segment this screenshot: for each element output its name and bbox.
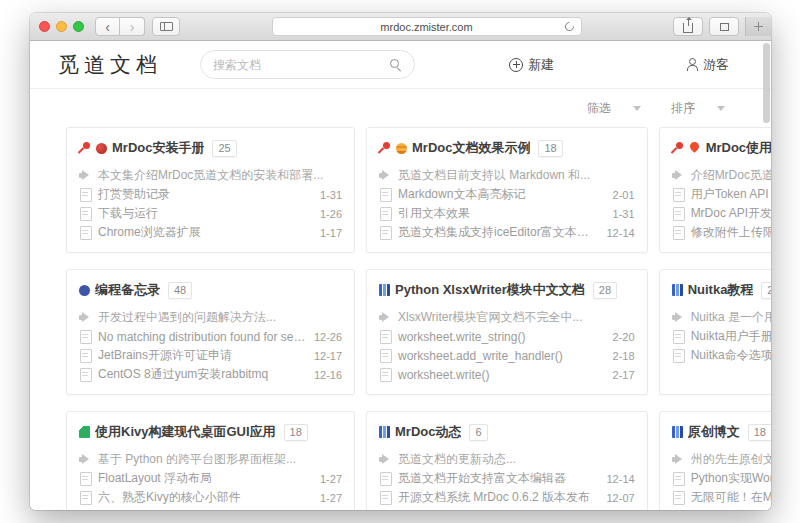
- doc-item[interactable]: Markdown文本高亮标记2-01: [379, 185, 635, 204]
- site-logo[interactable]: 觅道文档: [58, 51, 162, 79]
- file-icon: [379, 226, 392, 239]
- user-menu[interactable]: 游客: [686, 56, 729, 74]
- doc-item[interactable]: 引用文本效果1-31: [379, 204, 635, 223]
- card-header: Nuitka教程 2: [672, 281, 771, 299]
- filter-dropdown[interactable]: 筛选: [587, 100, 641, 117]
- collection-title[interactable]: MrDoc动态: [395, 423, 461, 441]
- doc-item[interactable]: worksheet.write()2-17: [379, 365, 635, 384]
- doc-count-badge: 2: [761, 282, 771, 299]
- doc-item[interactable]: MrDoc API开发说明1-16: [672, 204, 771, 223]
- pin-icon: [79, 142, 91, 154]
- file-icon: [379, 472, 392, 485]
- traffic-lights: [39, 21, 84, 32]
- pin-icon: [379, 142, 391, 154]
- card-header: MrDoc动态 6: [379, 423, 635, 441]
- doc-item[interactable]: 修改附件上传限制大小1-10: [672, 223, 771, 242]
- file-icon: [672, 207, 685, 220]
- doc-item[interactable]: 下载与运行1-26: [79, 204, 342, 223]
- file-icon: [379, 349, 392, 362]
- doc-collection-card[interactable]: MrDoc安装手册 25 本文集介绍MrDoc觅道文档的安装和部署... 打赏赞…: [66, 127, 355, 253]
- doc-count-badge: 28: [593, 282, 617, 299]
- tab-overview-button[interactable]: [709, 17, 739, 36]
- doc-item[interactable]: Chrome浏览器扩展1-17: [79, 223, 342, 242]
- doc-collection-card[interactable]: MrDoc动态 6 觅道文档的更新动态... 觅道文档开始支持富文本编辑器12-…: [366, 411, 648, 510]
- doc-item[interactable]: JetBrains开源许可证申请12-17: [79, 346, 342, 365]
- doc-collection-card[interactable]: 原创博文 18 州的先生原创文章... Python实现Word转换Markdo…: [659, 411, 771, 510]
- doc-item[interactable]: 觅道文档0.6.0发布10-18: [379, 507, 635, 510]
- file-icon: [79, 349, 92, 362]
- file-icon: [79, 226, 92, 239]
- search-input[interactable]: [213, 58, 390, 72]
- collection-description: 觅道文档目前支持以 Markdown 和...: [379, 166, 635, 185]
- file-icon: [672, 226, 685, 239]
- collection-title[interactable]: MrDoc安装手册: [112, 139, 204, 157]
- close-window-button[interactable]: [39, 21, 50, 32]
- file-icon: [79, 188, 92, 201]
- collection-title[interactable]: 使用Kivy构建现代桌面GUI应用: [95, 423, 276, 441]
- doc-collection-card[interactable]: 编程备忘录 48 开发过程中遇到的问题解决方法... No matching d…: [66, 269, 355, 395]
- search-icon[interactable]: [390, 59, 402, 71]
- doc-item[interactable]: 使用TextSize和LineHeight属性格式化长...1-27: [79, 507, 342, 510]
- file-icon: [672, 188, 685, 201]
- doc-collection-card[interactable]: Nuitka教程 2 Nuitka 是一个用于将Python程... Nuikt…: [659, 269, 771, 395]
- search-box[interactable]: [200, 50, 415, 79]
- flame-icon: [688, 140, 701, 153]
- collection-title[interactable]: Nuitka教程: [688, 281, 754, 299]
- nav-buttons: ‹ ›: [95, 17, 145, 36]
- zoom-window-button[interactable]: [73, 21, 84, 32]
- doc-collection-card[interactable]: MrDoc使用手册 38 介绍MrDoc觅道文档的使用... 用户Token A…: [659, 127, 771, 253]
- collection-title[interactable]: Python XlsxWriter模块中文文档: [395, 281, 585, 299]
- doc-item[interactable]: Nuikta用户手册中文版11-21: [672, 327, 771, 346]
- forward-button[interactable]: ›: [120, 17, 145, 36]
- doc-count-badge: 48: [168, 282, 192, 299]
- doc-item[interactable]: CentOS 8通过yum安装rabbitmq12-16: [79, 365, 342, 384]
- new-doc-button[interactable]: 新建: [509, 56, 554, 74]
- speaker-icon: [79, 453, 92, 466]
- doc-item[interactable]: worksheet.write_string()2-20: [379, 327, 635, 346]
- doc-item[interactable]: 给Python初学者的8个实用建议12-20: [672, 507, 771, 510]
- share-icon: [683, 23, 693, 33]
- collection-title[interactable]: MrDoc使用手册: [706, 139, 771, 157]
- doc-item[interactable]: Python实现Word转换Markdown12-20: [672, 469, 771, 488]
- doc-collection-card[interactable]: Python XlsxWriter模块中文文档 28 XlsxWriter模块官…: [366, 269, 648, 395]
- collection-title[interactable]: 编程备忘录: [95, 281, 160, 299]
- filter-toolbar: 筛选 排序: [30, 89, 771, 123]
- browser-titlebar: ‹ › mrdoc.zmister.com: [30, 13, 771, 41]
- collections-grid: MrDoc安装手册 25 本文集介绍MrDoc觅道文档的安装和部署... 打赏赞…: [30, 123, 771, 510]
- share-button[interactable]: [673, 17, 703, 36]
- file-icon: [379, 491, 392, 504]
- doc-item[interactable]: 用户Token API 使用说明1-16: [672, 185, 771, 204]
- file-icon: [672, 491, 685, 504]
- back-button[interactable]: ‹: [95, 17, 120, 36]
- doc-item[interactable]: 觅道文档集成支持iceEditor富文本编辑器12-14: [379, 223, 635, 242]
- collection-description: Nuitka 是一个用于将Python程...: [672, 308, 771, 327]
- doc-item[interactable]: 六、熟悉Kivy的核心小部件1-27: [79, 488, 342, 507]
- tabs-icon: [720, 23, 729, 31]
- doc-item[interactable]: 无限可能！在Markdown中扩展语法实现...12-20: [672, 488, 771, 507]
- collection-title[interactable]: 原创博文: [688, 423, 740, 441]
- doc-collection-card[interactable]: MrDoc文档效果示例 18 觅道文档目前支持以 Markdown 和... M…: [366, 127, 648, 253]
- doc-item[interactable]: worksheet.add_write_handler()2-18: [379, 346, 635, 365]
- minimize-window-button[interactable]: [56, 21, 67, 32]
- sort-dropdown[interactable]: 排序: [671, 100, 725, 117]
- address-bar[interactable]: mrdoc.zmister.com: [272, 17, 582, 36]
- doc-item[interactable]: 打赏赞助记录1-31: [79, 185, 342, 204]
- collection-title[interactable]: MrDoc文档效果示例: [412, 139, 530, 157]
- new-tab-button[interactable]: [745, 17, 771, 36]
- blue-books-icon: [672, 426, 683, 438]
- collection-description: 介绍MrDoc觅道文档的使用...: [672, 166, 771, 185]
- doc-item[interactable]: 开源文档系统 MrDoc 0.6.2 版本发布12-07: [379, 488, 635, 507]
- doc-item[interactable]: FloatLayout 浮动布局1-27: [79, 469, 342, 488]
- titlebar-right: [673, 17, 771, 36]
- doc-item[interactable]: No matching distribution found for setup…: [79, 327, 342, 346]
- file-icon: [672, 330, 685, 343]
- chevron-down-icon: [717, 106, 725, 111]
- collection-description: XlsxWriter模块官网文档不完全中...: [379, 308, 635, 327]
- file-icon: [79, 491, 92, 504]
- collection-description: 开发过程中遇到的问题解决方法...: [79, 308, 342, 327]
- scrollbar-thumb[interactable]: [763, 43, 770, 123]
- doc-item[interactable]: Nuitka命令选项参数帮助11-18: [672, 346, 771, 365]
- doc-collection-card[interactable]: 使用Kivy构建现代桌面GUI应用 18 基于 Python 的跨平台图形界面框…: [66, 411, 355, 510]
- doc-item[interactable]: 觅道文档开始支持富文本编辑器12-14: [379, 469, 635, 488]
- sidebar-toggle-button[interactable]: [152, 17, 180, 36]
